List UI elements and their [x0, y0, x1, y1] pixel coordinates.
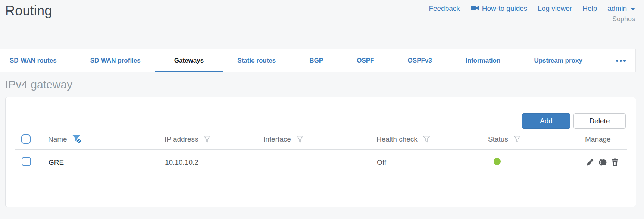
filter-icon[interactable]	[296, 136, 304, 143]
header-right: Feedback How-to guides Log viewer Help a…	[429, 3, 635, 23]
ip-header-label: IP address	[165, 135, 198, 143]
name-header-label: Name	[48, 135, 67, 143]
row-manage-cell	[577, 158, 627, 167]
edit-pencil-icon[interactable]	[585, 158, 594, 167]
more-tabs-icon[interactable]	[616, 49, 626, 72]
row-checkbox-cell	[15, 157, 40, 168]
status-up-indicator	[494, 158, 501, 165]
tab-sdwan-profiles[interactable]: SD-WAN profiles	[90, 49, 141, 72]
video-camera-icon	[471, 4, 479, 13]
tab-sdwan-routes[interactable]: SD-WAN routes	[10, 49, 57, 72]
header-links: Feedback How-to guides Log viewer Help a…	[429, 4, 635, 13]
feedback-label: Feedback	[429, 4, 460, 13]
row-health-cell: Off	[377, 158, 488, 166]
gateway-name-link[interactable]: GRE	[49, 158, 64, 166]
header-checkbox-cell	[15, 134, 39, 144]
column-header-name: Name	[39, 135, 165, 144]
page-title: Routing	[5, 3, 52, 19]
row-ip-cell: 10.10.10.2	[165, 158, 264, 166]
manage-header-label: Manage	[585, 135, 611, 143]
health-header-label: Health check	[376, 135, 418, 143]
tab-bgp[interactable]: BGP	[309, 49, 323, 72]
interface-header-label: Interface	[263, 135, 291, 143]
tab-ospfv3[interactable]: OSPFv3	[408, 49, 432, 72]
log-viewer-link[interactable]: Log viewer	[538, 4, 572, 13]
admin-menu[interactable]: admin	[607, 4, 635, 13]
status-header-label: Status	[488, 135, 508, 143]
brand-label: Sophos	[612, 15, 635, 23]
column-header-health-check: Health check	[376, 135, 488, 143]
admin-label: admin	[607, 4, 627, 13]
tab-gateways[interactable]: Gateways	[174, 49, 204, 72]
table-row: GRE 10.10.10.2 Off	[15, 149, 627, 175]
table-header-row: Name IP address Interface Health check	[15, 129, 627, 149]
feedback-link[interactable]: Feedback	[429, 4, 460, 13]
tab-upstream-proxy[interactable]: Upstream proxy	[534, 49, 582, 72]
tab-information[interactable]: Information	[466, 49, 501, 72]
chevron-down-icon	[631, 8, 635, 10]
column-header-ip: IP address	[165, 135, 263, 143]
howto-guides-link[interactable]: How-to guides	[471, 4, 527, 13]
howto-guides-label: How-to guides	[482, 4, 527, 13]
column-header-interface: Interface	[263, 135, 376, 143]
filter-icon[interactable]	[423, 136, 431, 143]
table-toolbar: Add Delete	[6, 97, 636, 129]
section-heading: IPv4 gateway	[5, 78, 636, 91]
row-name-cell: GRE	[40, 158, 165, 166]
log-viewer-label: Log viewer	[538, 4, 572, 13]
row-status-cell	[488, 158, 577, 167]
ipv4-gateway-panel: Add Delete Name IP address Interface	[5, 97, 636, 207]
filter-active-icon[interactable]	[72, 135, 82, 144]
filter-icon[interactable]	[203, 136, 211, 143]
help-label: Help	[582, 4, 597, 13]
column-header-status: Status	[488, 135, 577, 143]
page-header: Routing Feedback How-to guides Log viewe…	[0, 0, 636, 49]
delete-button[interactable]: Delete	[573, 113, 626, 129]
select-all-checkbox[interactable]	[21, 134, 31, 144]
tab-static-routes[interactable]: Static routes	[237, 49, 276, 72]
tab-ospf[interactable]: OSPF	[357, 49, 374, 72]
tab-bar: SD-WAN routes SD-WAN profiles Gateways S…	[0, 49, 636, 72]
add-button[interactable]: Add	[522, 113, 570, 129]
filter-icon[interactable]	[513, 136, 521, 143]
eclipse-toggle-icon[interactable]	[598, 158, 607, 166]
routing-page: Routing Feedback How-to guides Log viewe…	[0, 0, 636, 207]
column-header-manage: Manage	[577, 135, 627, 143]
help-link[interactable]: Help	[582, 4, 597, 13]
row-checkbox[interactable]	[22, 157, 31, 166]
delete-trash-icon[interactable]	[611, 158, 619, 167]
